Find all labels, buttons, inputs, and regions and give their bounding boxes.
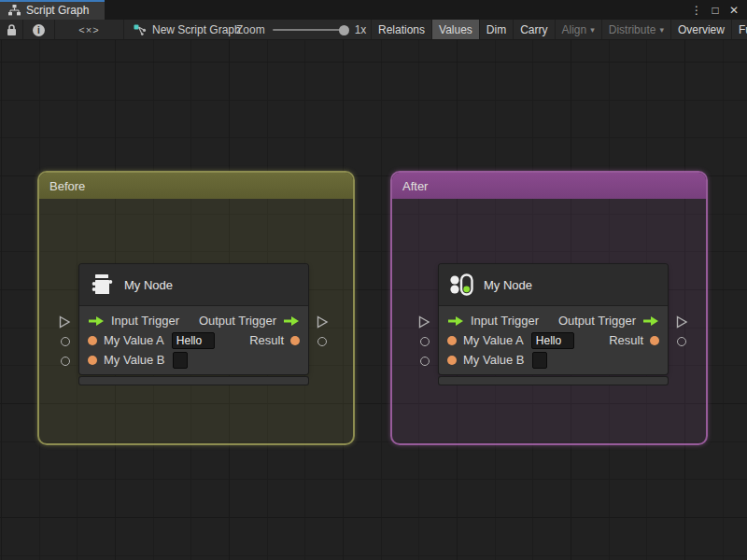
external-output-trigger-port[interactable] xyxy=(676,315,688,331)
value-a-label: My Value A xyxy=(463,333,524,347)
result-port-icon[interactable] xyxy=(650,336,659,345)
chevron-down-icon: ▾ xyxy=(590,25,595,35)
external-result-port[interactable] xyxy=(677,337,686,346)
code-icon: <×> xyxy=(78,24,99,35)
zoom-slider[interactable] xyxy=(273,29,347,31)
overview-button[interactable]: Overview xyxy=(671,20,731,40)
external-value-a-port[interactable] xyxy=(420,337,430,346)
toolbar-right: Relations Values Dim Carry Align ▾ Distr… xyxy=(371,20,747,40)
output-trigger-label: Output Trigger xyxy=(558,314,636,328)
full-screen-label: Full Scr xyxy=(739,23,747,36)
external-result-port[interactable] xyxy=(317,337,327,346)
output-trigger-port-icon[interactable] xyxy=(642,315,659,327)
trigger-row: Input Trigger Output Trigger xyxy=(439,311,668,330)
lock-icon xyxy=(7,24,17,36)
toggle-node-icon xyxy=(448,272,474,298)
node-title: My Node xyxy=(484,278,532,292)
script-graph-window: Script Graph ⋮ □ ✕ i <×> xyxy=(0,0,747,560)
dim-label: Dim xyxy=(486,23,506,36)
group-before-header[interactable]: Before xyxy=(39,173,353,199)
zoom-label: Zoom xyxy=(236,23,265,36)
new-script-graph-button[interactable]: New Script Graph xyxy=(124,20,250,40)
toolbar-left: i <×> New Script Graph xyxy=(0,20,250,40)
group-after-header[interactable]: After xyxy=(392,173,706,199)
window-controls: ⋮ □ ✕ xyxy=(689,0,747,20)
output-trigger-port-icon[interactable] xyxy=(283,315,300,327)
close-icon[interactable]: ✕ xyxy=(726,4,741,17)
input-trigger-label: Input Trigger xyxy=(111,314,179,328)
carry-button[interactable]: Carry xyxy=(514,20,554,40)
info-icon: i xyxy=(33,24,45,36)
menu-icon[interactable]: ⋮ xyxy=(689,4,704,17)
node-body: Input Trigger Output Trigger My Value A … xyxy=(79,306,308,374)
zoom-value: 1x xyxy=(355,23,367,36)
overview-label: Overview xyxy=(678,23,725,36)
lock-button[interactable] xyxy=(0,20,22,40)
input-trigger-port-icon[interactable] xyxy=(447,315,464,327)
tab-bar: Script Graph ⋮ □ ✕ xyxy=(0,0,747,20)
external-input-trigger-port[interactable] xyxy=(418,315,430,331)
box-node-icon xyxy=(89,272,115,298)
result-label: Result xyxy=(609,333,643,347)
external-value-b-port[interactable] xyxy=(61,357,70,366)
zoom-slider-knob[interactable] xyxy=(339,25,349,35)
value-b-input[interactable] xyxy=(532,352,547,369)
distribute-label: Distribute xyxy=(609,23,656,36)
external-value-b-port[interactable] xyxy=(420,357,430,366)
chevron-down-icon: ▾ xyxy=(659,25,664,35)
value-b-label: My Value B xyxy=(463,353,525,367)
values-button[interactable]: Values xyxy=(432,20,479,40)
node-my-node-before[interactable]: My Node Input Trigger Output Trigger xyxy=(79,264,308,385)
info-button[interactable]: i xyxy=(23,20,54,40)
values-label: Values xyxy=(439,23,472,36)
value-a-input[interactable] xyxy=(172,332,215,349)
value-b-port-icon[interactable] xyxy=(447,356,457,365)
value-a-row: My Value A Result xyxy=(79,330,308,350)
value-a-input[interactable] xyxy=(531,332,574,349)
value-b-input[interactable] xyxy=(173,352,188,369)
dim-button[interactable]: Dim xyxy=(480,20,513,40)
result-label: Result xyxy=(249,333,284,347)
relations-button[interactable]: Relations xyxy=(372,20,431,40)
graph-name-label: New Script Graph xyxy=(152,23,241,36)
group-after-title: After xyxy=(402,179,428,193)
graph-asset-icon xyxy=(134,24,147,35)
distribute-dropdown[interactable]: Distribute ▾ xyxy=(602,20,670,40)
input-trigger-label: Input Trigger xyxy=(471,314,539,328)
value-b-label: My Value B xyxy=(104,353,165,367)
value-a-port-icon[interactable] xyxy=(447,336,457,345)
node-my-node-after[interactable]: My Node Input Trigger Output Trigger xyxy=(439,264,668,385)
node-header[interactable]: My Node xyxy=(79,264,308,306)
node-title: My Node xyxy=(124,278,173,292)
code-view-button[interactable]: <×> xyxy=(55,20,123,40)
external-value-a-port[interactable] xyxy=(61,337,70,346)
value-b-row: My Value B xyxy=(79,350,308,370)
carry-label: Carry xyxy=(520,23,547,36)
external-input-trigger-port[interactable] xyxy=(59,315,71,331)
graph-toolbar: i <×> New Script Graph Zoom 1x Relat xyxy=(0,20,747,40)
external-output-trigger-port[interactable] xyxy=(317,315,329,331)
value-b-port-icon[interactable] xyxy=(88,356,97,365)
align-dropdown[interactable]: Align ▾ xyxy=(556,20,601,40)
trigger-row: Input Trigger Output Trigger xyxy=(79,311,308,330)
tab-script-graph[interactable]: Script Graph xyxy=(0,0,105,20)
node-footer xyxy=(439,377,668,385)
value-a-label: My Value A xyxy=(104,333,164,347)
relations-label: Relations xyxy=(378,23,425,36)
group-before-title: Before xyxy=(49,179,85,193)
value-a-row: My Value A Result xyxy=(439,330,668,350)
value-b-row: My Value B xyxy=(439,350,668,370)
output-trigger-label: Output Trigger xyxy=(199,314,276,328)
input-trigger-port-icon[interactable] xyxy=(88,315,105,327)
node-header[interactable]: My Node xyxy=(439,264,668,306)
result-port-icon[interactable] xyxy=(290,336,300,345)
node-footer xyxy=(79,377,308,385)
full-screen-button[interactable]: Full Scr xyxy=(732,20,747,40)
align-label: Align xyxy=(562,23,587,36)
tab-title: Script Graph xyxy=(26,4,89,17)
graph-hierarchy-icon xyxy=(8,5,21,16)
maximize-icon[interactable]: □ xyxy=(708,4,723,17)
zoom-control: Zoom 1x xyxy=(236,20,366,40)
value-a-port-icon[interactable] xyxy=(88,336,97,345)
node-body: Input Trigger Output Trigger My Value A … xyxy=(439,306,668,374)
